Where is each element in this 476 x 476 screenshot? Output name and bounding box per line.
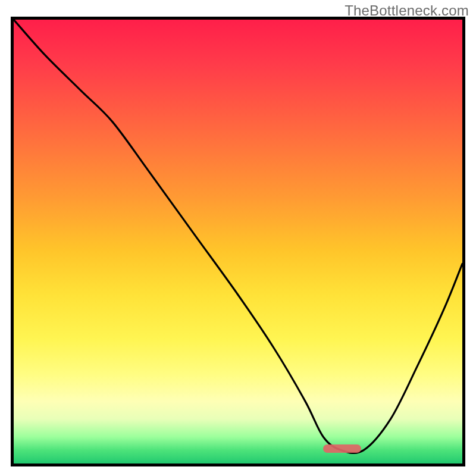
- plot-frame: [11, 17, 465, 466]
- optimal-region-marker: [323, 444, 361, 453]
- chart-stage: TheBottleneck.com: [0, 0, 476, 476]
- bottleneck-curve: [14, 20, 462, 464]
